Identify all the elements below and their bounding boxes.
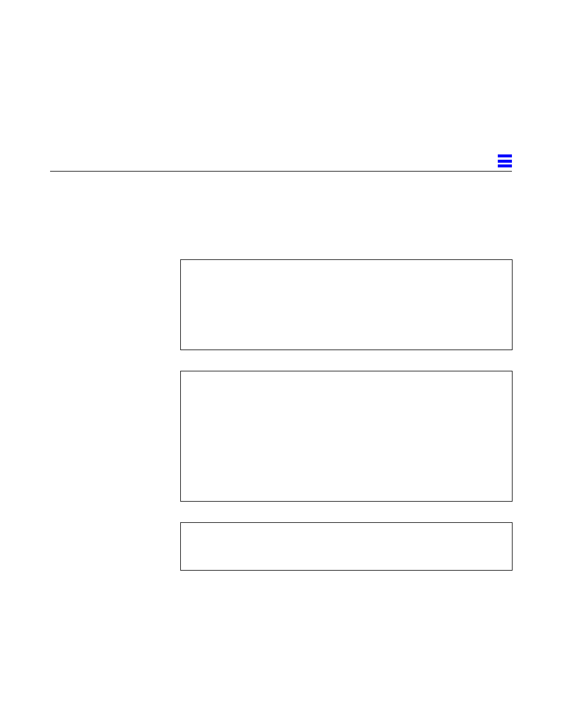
menu-bar: [498, 164, 512, 167]
menu-icon[interactable]: [498, 154, 512, 167]
content-box-3: [180, 522, 513, 571]
content-box-2: [180, 371, 513, 502]
content-box-1: [180, 259, 513, 350]
horizontal-rule: [50, 171, 512, 172]
menu-bar: [498, 160, 512, 163]
menu-bar: [498, 154, 512, 157]
